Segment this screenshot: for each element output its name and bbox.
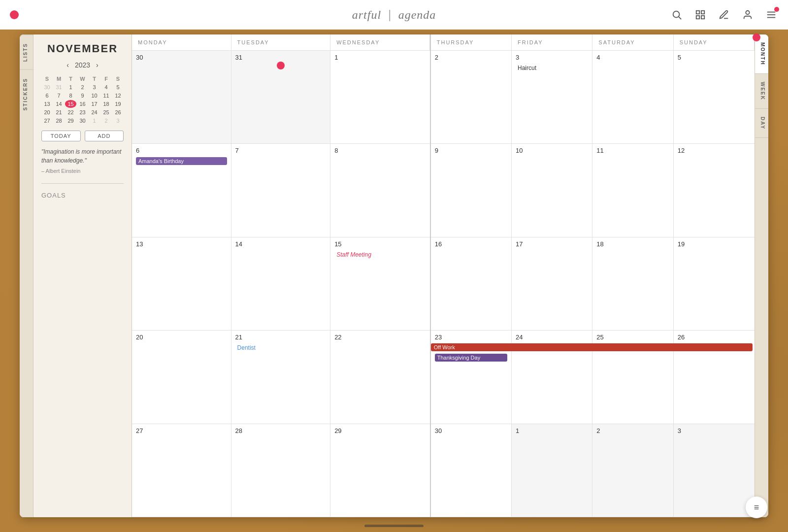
svg-rect-4 [696,15,699,18]
cal-cell-1-r[interactable]: 1 [512,424,592,517]
mini-cell[interactable]: 5 [112,83,124,91]
mini-cell[interactable]: 1 [89,117,100,125]
event-haircut[interactable]: Haircut [516,64,588,72]
cal-cell-22[interactable]: 22 [330,331,430,423]
bottom-menu-button[interactable]: ≡ [746,497,767,518]
cal-cell-29[interactable]: 29 [330,424,430,517]
cal-cell-30-r[interactable]: 30 [431,424,512,517]
cal-cell-31[interactable]: 31 [231,51,331,143]
prev-year-btn[interactable]: ‹ [66,61,69,69]
cal-cell-18[interactable]: 18 [592,237,673,330]
mini-cell[interactable]: 17 [89,100,100,108]
mini-cell[interactable]: 25 [100,108,112,116]
mini-cell[interactable]: 28 [53,117,65,125]
mini-cell[interactable]: 3 [112,117,124,125]
cal-cell-3[interactable]: 3 Haircut [512,51,592,143]
mini-cell[interactable]: 3 [89,83,100,91]
today-button[interactable]: TODAY [41,131,81,141]
cal-cell-13[interactable]: 13 [132,237,231,330]
cal-cell-28[interactable]: 28 [231,424,331,517]
mini-cell[interactable]: 22 [65,108,76,116]
date-29: 29 [334,427,426,434]
user-icon[interactable] [741,8,755,22]
today-add-buttons: TODAY ADD [41,131,124,141]
event-staff-meeting[interactable]: Staff Meeting [334,250,426,259]
edit-icon[interactable] [717,8,731,22]
mini-cell[interactable]: 30 [77,117,88,125]
cal-right-row-3: 16 17 18 19 [431,237,755,331]
lists-tab[interactable]: LISTS [20,34,33,69]
cal-row-3: 13 14 15 Staff Meeting [132,237,430,331]
event-amandas-birthday[interactable]: Amanda's Birthday [136,157,227,165]
mini-cell[interactable]: 29 [65,117,76,125]
mini-cell[interactable]: 9 [77,92,88,100]
cal-cell-17[interactable]: 17 [512,237,592,330]
mini-cell[interactable]: 11 [100,92,112,100]
date-2: 2 [435,54,507,61]
cal-cell-12[interactable]: 12 [674,144,755,236]
cal-cell-19[interactable]: 19 [674,237,755,330]
cal-right-rows: 2 3 Haircut 4 5 [431,51,755,517]
week-tab[interactable]: WEEK [755,74,768,109]
cal-cell-3-r[interactable]: 3 [674,424,755,517]
event-dentist[interactable]: Dentist [235,343,327,352]
cal-cell-2-r[interactable]: 2 [592,424,673,517]
date-30-r: 30 [435,427,507,434]
menu-icon[interactable] [764,8,778,22]
mini-cell[interactable]: 21 [53,108,65,116]
day-tab[interactable]: DAY [755,109,768,138]
cal-cell-23[interactable]: 23 Off Work Thanksgiving Day [431,331,512,423]
cal-cell-27[interactable]: 27 [132,424,231,517]
mini-cell[interactable]: 27 [41,117,53,125]
grid-icon[interactable] [693,8,707,22]
mini-cell[interactable]: 26 [112,108,124,116]
cal-cell-21[interactable]: 21 Dentist [231,331,331,423]
cal-cell-20[interactable]: 20 [132,331,231,423]
mini-cell-today[interactable]: 15 [65,100,76,108]
mini-cell[interactable]: 7 [53,92,65,100]
sticker-dot-31 [277,62,285,69]
mini-cell[interactable]: 24 [89,108,100,116]
full-calendar: MONDAY TUESDAY WEDNESDAY 30 31 [132,34,755,517]
event-thanksgiving[interactable]: Thanksgiving Day [435,354,507,362]
cal-cell-30[interactable]: 30 [132,51,231,143]
cal-cell-2[interactable]: 2 [431,51,512,143]
cal-cell-14[interactable]: 14 [231,237,331,330]
search-icon[interactable] [670,8,684,22]
mini-cell[interactable]: 19 [112,100,124,108]
cal-cell-7[interactable]: 7 [231,144,331,236]
mini-cell[interactable]: 10 [89,92,100,100]
cal-cell-4[interactable]: 4 [592,51,673,143]
date-28: 28 [235,427,327,434]
mini-cell[interactable]: 30 [41,83,53,91]
cal-cell-15[interactable]: 15 Staff Meeting [330,237,430,330]
mini-cell[interactable]: 2 [77,83,88,91]
cal-cell-8[interactable]: 8 [330,144,430,236]
mini-cell[interactable]: 13 [41,100,53,108]
mini-cell[interactable]: 12 [112,92,124,100]
add-button[interactable]: ADD [85,131,124,141]
stickers-tab[interactable]: STICKERS [20,69,33,119]
cal-row-4: 20 21 Dentist 22 [132,331,430,424]
mini-cell[interactable]: 14 [53,100,65,108]
cal-cell-1[interactable]: 1 [330,51,430,143]
cal-cell-6[interactable]: 6 Amanda's Birthday [132,144,231,236]
mini-cell[interactable]: 31 [53,83,65,91]
cal-cell-10[interactable]: 10 [512,144,592,236]
cal-cell-16[interactable]: 16 [431,237,512,330]
next-year-btn[interactable]: › [96,61,98,69]
mini-cell[interactable]: 2 [100,117,112,125]
mini-cell[interactable]: 20 [41,108,53,116]
cal-cell-11[interactable]: 11 [592,144,673,236]
mini-cell[interactable]: 6 [41,92,53,100]
mini-cell[interactable]: 4 [100,83,112,91]
mini-cell[interactable]: 16 [77,100,88,108]
cal-cell-5[interactable]: 5 [674,51,755,143]
mini-cell[interactable]: 8 [65,92,76,100]
mini-cell[interactable]: 23 [77,108,88,116]
mini-cell[interactable]: 1 [65,83,76,91]
event-off-work[interactable]: Off Work [431,343,753,351]
cal-cell-9[interactable]: 9 [431,144,512,236]
mini-cell[interactable]: 18 [100,100,112,108]
month-title: NOVEMBER [41,42,124,55]
